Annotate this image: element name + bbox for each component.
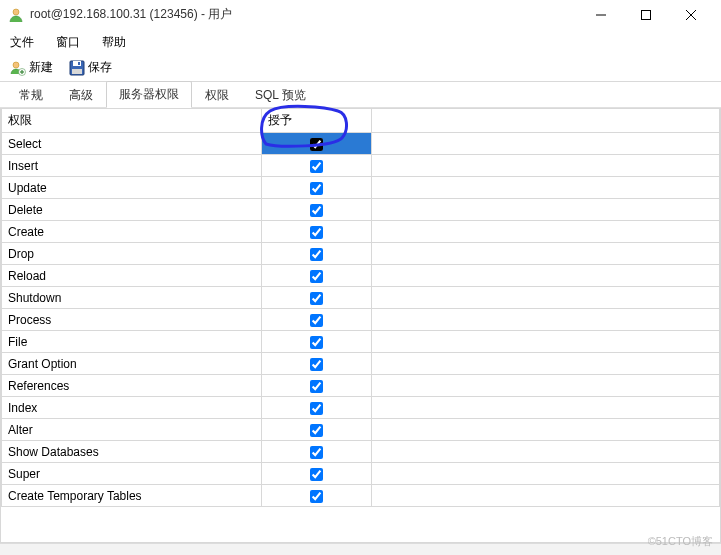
table-row[interactable]: Alter [2, 419, 720, 441]
perm-grant-cell[interactable] [262, 419, 372, 441]
row-spacer [372, 177, 720, 199]
perm-name: Grant Option [2, 353, 262, 375]
grant-checkbox[interactable] [310, 226, 323, 239]
close-button[interactable] [668, 0, 713, 30]
row-spacer [372, 419, 720, 441]
perm-grant-cell[interactable] [262, 133, 372, 155]
table-row[interactable]: Create Temporary Tables [2, 485, 720, 507]
perm-grant-cell[interactable] [262, 199, 372, 221]
grant-checkbox[interactable] [310, 446, 323, 459]
perm-grant-cell[interactable] [262, 177, 372, 199]
perm-grant-cell[interactable] [262, 155, 372, 177]
grant-checkbox[interactable] [310, 138, 323, 151]
perm-name: Reload [2, 265, 262, 287]
row-spacer [372, 133, 720, 155]
tab-4[interactable]: SQL 预览 [242, 82, 319, 108]
grant-checkbox[interactable] [310, 182, 323, 195]
menu-window[interactable]: 窗口 [52, 32, 84, 53]
row-spacer [372, 485, 720, 507]
window-title: root@192.168.100.31 (123456) - 用户 [30, 6, 578, 23]
svg-rect-11 [78, 62, 80, 65]
perm-grant-cell[interactable] [262, 397, 372, 419]
permissions-table-wrap[interactable]: 权限 授予 SelectInsertUpdateDeleteCreateDrop… [0, 108, 721, 543]
perm-grant-cell[interactable] [262, 265, 372, 287]
perm-grant-cell[interactable] [262, 353, 372, 375]
grant-checkbox[interactable] [310, 204, 323, 217]
perm-grant-cell[interactable] [262, 221, 372, 243]
grant-checkbox[interactable] [310, 270, 323, 283]
perm-grant-cell[interactable] [262, 309, 372, 331]
table-row[interactable]: Select [2, 133, 720, 155]
grant-checkbox[interactable] [310, 468, 323, 481]
table-row[interactable]: Insert [2, 155, 720, 177]
perm-name: Select [2, 133, 262, 155]
tabs: 常规高级服务器权限权限SQL 预览 [0, 82, 721, 108]
row-spacer [372, 199, 720, 221]
table-row[interactable]: Delete [2, 199, 720, 221]
table-row[interactable]: Process [2, 309, 720, 331]
perm-grant-cell[interactable] [262, 287, 372, 309]
row-spacer [372, 221, 720, 243]
grant-checkbox[interactable] [310, 314, 323, 327]
perm-grant-cell[interactable] [262, 331, 372, 353]
maximize-button[interactable] [623, 0, 668, 30]
grant-checkbox[interactable] [310, 380, 323, 393]
svg-rect-2 [641, 10, 650, 19]
header-grant[interactable]: 授予 [262, 109, 372, 133]
perm-name: Create [2, 221, 262, 243]
header-spacer [372, 109, 720, 133]
grant-checkbox[interactable] [310, 292, 323, 305]
table-row[interactable]: References [2, 375, 720, 397]
user-add-icon [10, 60, 26, 76]
minimize-button[interactable] [578, 0, 623, 30]
grant-checkbox[interactable] [310, 358, 323, 371]
perm-grant-cell[interactable] [262, 441, 372, 463]
tab-1[interactable]: 高级 [56, 82, 106, 108]
table-row[interactable]: File [2, 331, 720, 353]
new-button[interactable]: 新建 [6, 57, 57, 78]
table-row[interactable]: Reload [2, 265, 720, 287]
perm-grant-cell[interactable] [262, 463, 372, 485]
row-spacer [372, 441, 720, 463]
row-spacer [372, 353, 720, 375]
grant-checkbox[interactable] [310, 160, 323, 173]
perm-name: Insert [2, 155, 262, 177]
watermark: ©51CTO博客 [648, 534, 713, 549]
table-row[interactable]: Show Databases [2, 441, 720, 463]
perm-name: Super [2, 463, 262, 485]
header-permission[interactable]: 权限 [2, 109, 262, 133]
perm-name: Process [2, 309, 262, 331]
perm-name: Show Databases [2, 441, 262, 463]
table-row[interactable]: Update [2, 177, 720, 199]
grant-checkbox[interactable] [310, 402, 323, 415]
tab-3[interactable]: 权限 [192, 82, 242, 108]
tab-2[interactable]: 服务器权限 [106, 81, 192, 108]
perm-name: Update [2, 177, 262, 199]
table-row[interactable]: Grant Option [2, 353, 720, 375]
app-user-icon [8, 7, 24, 23]
grant-checkbox[interactable] [310, 490, 323, 503]
table-row[interactable]: Shutdown [2, 287, 720, 309]
grant-checkbox[interactable] [310, 336, 323, 349]
save-button[interactable]: 保存 [65, 57, 116, 78]
perm-grant-cell[interactable] [262, 485, 372, 507]
grant-checkbox[interactable] [310, 424, 323, 437]
row-spacer [372, 265, 720, 287]
perm-grant-cell[interactable] [262, 375, 372, 397]
table-row[interactable]: Super [2, 463, 720, 485]
perm-name: File [2, 331, 262, 353]
window-controls [578, 0, 713, 30]
toolbar: 新建 保存 [0, 54, 721, 82]
grant-checkbox[interactable] [310, 248, 323, 261]
tab-0[interactable]: 常规 [6, 82, 56, 108]
titlebar: root@192.168.100.31 (123456) - 用户 [0, 0, 721, 30]
table-row[interactable]: Drop [2, 243, 720, 265]
table-row[interactable]: Create [2, 221, 720, 243]
svg-point-0 [13, 9, 19, 15]
perm-grant-cell[interactable] [262, 243, 372, 265]
table-row[interactable]: Index [2, 397, 720, 419]
menu-file[interactable]: 文件 [6, 32, 38, 53]
row-spacer [372, 309, 720, 331]
menu-help[interactable]: 帮助 [98, 32, 130, 53]
menubar: 文件 窗口 帮助 [0, 30, 721, 54]
